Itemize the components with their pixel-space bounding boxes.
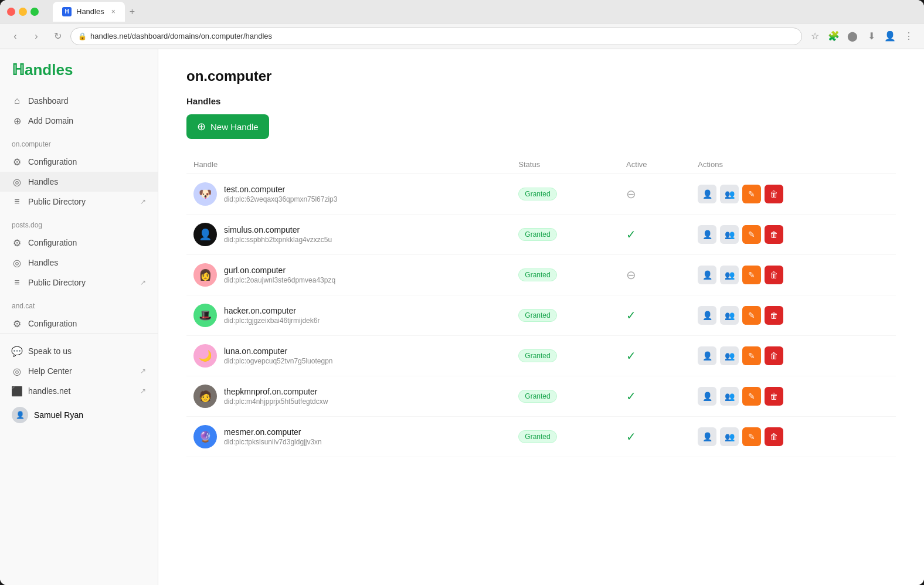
cell-handle: 👤 simulus.on.computer did:plc:sspbhb2txp… [186,215,511,255]
action-users-button[interactable]: 👥 [720,266,739,284]
action-edit-button[interactable]: ✎ [742,306,761,325]
sidebar-item-add-domain[interactable]: ⊕ Add Domain [0,111,158,131]
action-user-button[interactable]: 👤 [698,266,716,284]
add-icon: ⊕ [12,115,22,126]
action-user-button[interactable]: 👤 [698,306,716,325]
close-button[interactable] [7,8,15,16]
action-user-button[interactable]: 👤 [698,346,716,365]
action-users-button[interactable]: 👥 [720,387,739,406]
extensions-button[interactable]: 🧩 [826,28,842,45]
handle-name: luna.on.computer [224,346,332,356]
tab-favicon: H [62,7,72,16]
active-tab[interactable]: H Handles × [53,2,125,22]
action-user-button[interactable]: 👤 [698,225,716,244]
cell-active: ✓ [619,336,691,376]
profile-button[interactable]: ⬤ [844,28,861,45]
domain-title: on.computer [186,68,896,84]
table-row: 👤 simulus.on.computer did:plc:sspbhb2txp… [186,215,896,255]
home-icon: ⌂ [12,96,22,106]
sidebar-item-posts-pubdir[interactable]: ≡ Public Directory ↗ [0,273,158,292]
active-yes-icon: ✓ [626,430,636,443]
new-tab-button[interactable]: + [130,6,135,17]
action-users-button[interactable]: 👥 [720,306,739,325]
sidebar-item-on-configuration[interactable]: ⚙ Configuration [0,152,158,172]
handle-did: did:plc:ogvepcuq52tvn7g5luotegpn [224,357,332,365]
account-button[interactable]: 👤 [882,28,898,45]
action-delete-button[interactable]: 🗑 [765,306,783,325]
status-badge: Granted [518,430,556,443]
col-actions: Actions [691,155,896,174]
download-button[interactable]: ⬇ [863,28,879,45]
user-avatar: 👤 [12,407,28,423]
section-title: Handles [186,96,896,106]
action-edit-button[interactable]: ✎ [742,346,761,365]
action-edit-button[interactable]: ✎ [742,225,761,244]
action-delete-button[interactable]: 🗑 [765,185,783,203]
handles-icon: ◎ [12,176,22,187]
external-link-icon: ↗ [140,278,146,287]
action-edit-button[interactable]: ✎ [742,427,761,446]
cell-actions: 👤 👥 ✎ 🗑 [691,376,896,417]
sidebar-item-posts-configuration[interactable]: ⚙ Configuration [0,233,158,253]
sidebar-item-on-handles[interactable]: ◎ Handles [0,172,158,192]
sidebar-item-posts-handles[interactable]: ◎ Handles [0,253,158,273]
handle-avatar: 🐶 [193,182,217,206]
cell-status: Granted [511,336,619,376]
traffic-lights [7,8,39,16]
sidebar-item-dashboard[interactable]: ⌂ Dashboard [0,91,158,111]
logo-bracket-open: ℍ [12,61,25,79]
action-user-button[interactable]: 👤 [698,427,716,446]
sidebar-item-label: Handles [28,258,58,267]
handle-avatar: 👤 [193,223,217,246]
minimize-button[interactable] [19,8,27,16]
menu-button[interactable]: ⋮ [901,28,917,45]
handles-table: Handle Status Active Actions 🐶 test.on.c… [186,155,896,457]
user-row[interactable]: 👤 Samuel Ryan [0,401,158,429]
sidebar-item-help-center[interactable]: ◎ Help Center ↗ [0,361,158,381]
cell-active: ⊖ [619,255,691,295]
cell-actions: 👤 👥 ✎ 🗑 [691,336,896,376]
col-active: Active [619,155,691,174]
sidebar-item-label: Configuration [28,238,77,247]
action-delete-button[interactable]: 🗑 [765,346,783,365]
handle-avatar: 🧑 [193,385,217,408]
sidebar-item-and-configuration[interactable]: ⚙ Configuration [0,314,158,334]
external-link-icon: ↗ [140,367,146,375]
action-user-button[interactable]: 👤 [698,185,716,203]
action-edit-button[interactable]: ✎ [742,387,761,406]
action-edit-button[interactable]: ✎ [742,185,761,203]
cell-handle: 🧑 thepkmnprof.on.computer did:plc:m4nhjp… [186,376,511,417]
action-users-button[interactable]: 👥 [720,427,739,446]
app-container: ℍandles ⌂ Dashboard ⊕ Add Domain on.comp… [0,49,924,585]
action-users-button[interactable]: 👥 [720,185,739,203]
fullscreen-button[interactable] [30,8,39,16]
cell-handle: 👩 gurl.on.computer did:plc:2oaujwnl3ste6… [186,255,511,295]
new-handle-button[interactable]: ⊕ New Handle [186,114,269,139]
status-badge: Granted [518,349,556,362]
help-icon: ◎ [12,366,22,376]
sidebar-item-label: Add Domain [28,116,73,125]
cell-status: Granted [511,417,619,457]
action-delete-button[interactable]: 🗑 [765,266,783,284]
bookmark-button[interactable]: ☆ [807,28,823,45]
sidebar-item-on-pubdir[interactable]: ≡ Public Directory ↗ [0,192,158,212]
action-delete-button[interactable]: 🗑 [765,427,783,446]
status-badge: Granted [518,188,556,200]
handle-name: thepkmnprof.on.computer [224,387,328,396]
section-label-and-cat: and.cat [0,292,158,314]
action-users-button[interactable]: 👥 [720,346,739,365]
action-user-button[interactable]: 👤 [698,387,716,406]
action-edit-button[interactable]: ✎ [742,266,761,284]
back-button[interactable]: ‹ [7,28,23,45]
forward-button[interactable]: › [28,28,45,45]
action-users-button[interactable]: 👥 [720,225,739,244]
action-delete-button[interactable]: 🗑 [765,387,783,406]
handle-name: hacker.on.computer [224,306,320,315]
cell-status: Granted [511,376,619,417]
sidebar-item-speak-to-us[interactable]: 💬 Speak to us [0,341,158,361]
action-delete-button[interactable]: 🗑 [765,225,783,244]
address-bar[interactable]: 🔒 handles.net/dashboard/domains/on.compu… [70,28,802,45]
sidebar-item-handles-net[interactable]: ⬛ handles.net ↗ [0,381,158,401]
tab-close-button[interactable]: × [111,8,116,16]
reload-button[interactable]: ↻ [49,28,66,45]
